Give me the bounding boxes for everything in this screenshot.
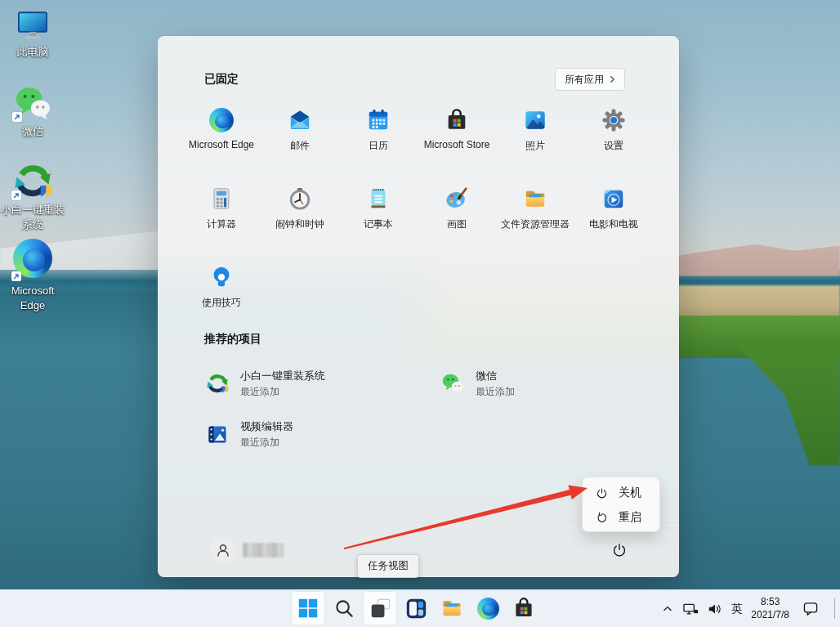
desktop-icon-this-pc[interactable]: 此电脑 — [0, 8, 65, 60]
desktop-icon-label: 微信 — [22, 124, 43, 139]
taskbar-edge-button[interactable] — [471, 592, 504, 625]
windows-desktop: 此电脑 微信 小白一键重装系统 Microsoft Edge 已固定 所有应用 — [0, 0, 840, 627]
app-label: 日历 — [369, 139, 388, 153]
recommended-item-video-editor[interactable]: 视频编辑器 最近添加 — [206, 415, 441, 453]
chevron-right-icon — [610, 75, 615, 83]
recommended-title: 视频编辑器 — [240, 419, 293, 434]
tray-volume-button[interactable] — [708, 602, 722, 616]
alarm-clock-icon — [288, 186, 312, 211]
recommended-subtitle: 最近添加 — [476, 385, 515, 399]
desktop-icon-label: 此电脑 — [17, 45, 49, 60]
taskbar-start-button[interactable] — [292, 592, 324, 625]
task-view-icon — [369, 598, 391, 620]
pinned-app-photos[interactable]: 照片 — [496, 98, 574, 177]
notification-center-button[interactable] — [803, 602, 819, 616]
app-label: 文件资源管理器 — [501, 217, 570, 231]
app-label: 记事本 — [364, 217, 393, 231]
store-icon — [445, 108, 469, 132]
recommended-subtitle: 最近添加 — [240, 385, 325, 399]
app-label: 计算器 — [207, 217, 236, 231]
app-label: 照片 — [525, 139, 545, 153]
wechat-icon — [441, 372, 464, 395]
pinned-app-file-explorer[interactable]: 文件资源管理器 — [496, 177, 574, 255]
taskbar-widgets-button[interactable] — [400, 592, 432, 625]
tray-overflow-chevron[interactable] — [661, 603, 674, 614]
app-label: 设置 — [604, 139, 623, 153]
photos-icon — [523, 108, 547, 132]
shutdown-menu-item[interactable]: 关机 — [583, 481, 659, 505]
pinned-app-paint[interactable]: 画图 — [418, 177, 496, 255]
pinned-app-edge[interactable]: Microsoft Edge — [182, 98, 261, 177]
desktop-icon-label: Microsoft Edge — [3, 284, 62, 312]
app-label: 邮件 — [290, 139, 310, 153]
pinned-app-calculator[interactable]: 计算器 — [182, 177, 261, 255]
restart-icon — [595, 511, 609, 525]
input-language-indicator[interactable]: 英 — [731, 602, 743, 616]
taskbar-search-button[interactable] — [328, 592, 360, 625]
pinned-app-calendar[interactable]: 日历 — [339, 98, 418, 177]
start-icon — [297, 598, 319, 619]
tips-icon — [209, 265, 234, 289]
power-button[interactable] — [605, 536, 633, 564]
settings-gear-icon — [601, 108, 626, 132]
pinned-app-movies-tv[interactable]: 电影和电视 — [574, 177, 653, 255]
system-tray: 英 8:53 2021/7/8 — [661, 590, 819, 627]
recommended-item-wechat[interactable]: 微信 最近添加 — [441, 365, 677, 402]
restart-menu-item[interactable]: 重启 — [583, 505, 659, 530]
taskbar-file-explorer-button[interactable] — [436, 592, 468, 625]
desktop-icon-edge[interactable]: Microsoft Edge — [0, 239, 65, 312]
user-account-button[interactable] — [210, 537, 235, 562]
shortcut-arrow-icon — [11, 190, 21, 200]
pinned-app-mail[interactable]: 邮件 — [261, 98, 339, 177]
comment-bubble-icon — [803, 602, 819, 616]
desktop-icon-xiaobai-reinstall[interactable]: 小白一键重装系统 — [0, 161, 65, 231]
paint-icon — [445, 186, 469, 211]
search-icon — [333, 598, 355, 620]
app-label: 电影和电视 — [589, 217, 638, 231]
xiaobai-reinstall-icon — [206, 372, 229, 395]
volume-icon — [708, 602, 722, 616]
edge-icon — [477, 598, 499, 620]
pinned-app-settings[interactable]: 设置 — [574, 98, 653, 177]
pinned-app-tips[interactable]: 使用技巧 — [182, 255, 261, 334]
app-label: 使用技巧 — [202, 296, 241, 310]
shortcut-arrow-icon — [12, 112, 22, 122]
this-pc-icon — [16, 8, 50, 43]
tray-network-button[interactable] — [683, 602, 699, 616]
taskbar-store-button[interactable] — [507, 592, 540, 625]
widgets-icon — [405, 598, 427, 620]
tray-time: 8:53 — [761, 596, 780, 609]
pinned-app-alarms[interactable]: 闹钟和时钟 — [261, 177, 339, 255]
file-explorer-icon — [523, 186, 547, 211]
file-explorer-icon — [440, 597, 463, 620]
recommended-title: 小白一键重装系统 — [240, 369, 325, 383]
app-label: 闹钟和时钟 — [275, 217, 324, 231]
recommended-subtitle: 最近添加 — [240, 436, 293, 450]
movies-tv-icon — [601, 186, 626, 211]
restart-label: 重启 — [619, 510, 641, 525]
notepad-icon — [366, 186, 391, 211]
taskbar-task-view-button[interactable] — [364, 592, 396, 625]
pinned-app-store[interactable]: Microsoft Store — [418, 98, 496, 177]
clock-button[interactable]: 8:53 2021/7/8 — [751, 596, 789, 621]
calendar-icon — [366, 108, 391, 132]
chevron-up-icon — [661, 603, 674, 614]
video-editor-icon — [206, 423, 229, 446]
mail-icon — [288, 108, 312, 132]
tray-date: 2021/7/8 — [751, 609, 789, 622]
store-icon — [512, 597, 535, 620]
all-apps-label: 所有应用 — [565, 73, 604, 87]
taskbar-center-icons — [292, 592, 540, 625]
power-icon — [595, 486, 609, 500]
all-apps-button[interactable]: 所有应用 — [555, 68, 625, 91]
power-flyout-menu: 关机 重启 — [582, 477, 660, 532]
taskbar: 英 8:53 2021/7/8 — [0, 589, 840, 627]
recommended-title: 微信 — [476, 369, 515, 383]
show-desktop-divider[interactable] — [834, 598, 835, 619]
pinned-app-notepad[interactable]: 记事本 — [339, 177, 418, 255]
app-label: 画图 — [447, 217, 467, 231]
desktop-icon-wechat[interactable]: 微信 — [0, 84, 65, 139]
recommended-item-xiaobai[interactable]: 小白一键重装系统 最近添加 — [206, 365, 441, 402]
app-label: Microsoft Store — [424, 139, 490, 150]
shutdown-label: 关机 — [619, 486, 641, 500]
